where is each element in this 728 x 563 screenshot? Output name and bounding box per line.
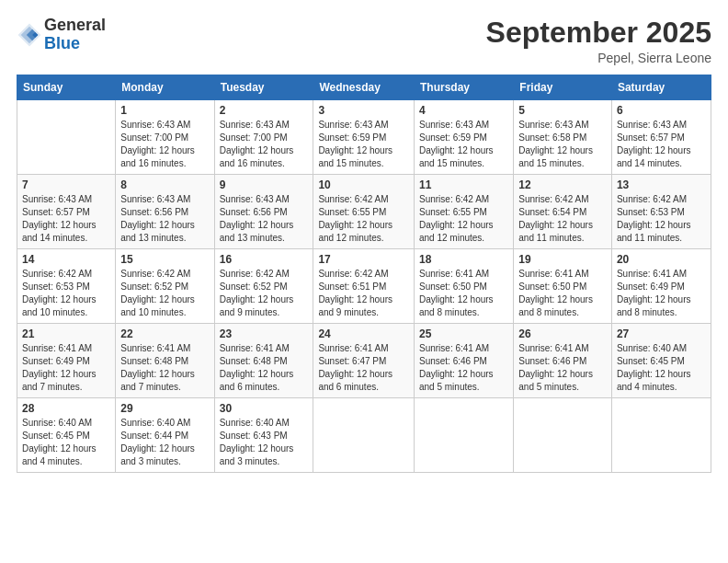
day-cell xyxy=(611,398,711,473)
day-number: 20 xyxy=(617,253,706,266)
logo: General Blue xyxy=(17,17,106,53)
day-info: Sunrise: 6:43 AMSunset: 6:56 PMDaylight:… xyxy=(120,193,209,245)
day-info: Sunrise: 6:43 AMSunset: 6:57 PMDaylight:… xyxy=(617,119,706,170)
day-number: 5 xyxy=(518,104,607,117)
day-cell xyxy=(313,398,415,473)
day-info: Sunrise: 6:42 AMSunset: 6:53 PMDaylight:… xyxy=(22,268,110,319)
day-number: 27 xyxy=(617,327,706,340)
day-number: 6 xyxy=(617,104,706,117)
day-cell: 15Sunrise: 6:42 AMSunset: 6:52 PMDayligh… xyxy=(116,249,214,324)
day-cell xyxy=(17,100,116,175)
day-cell: 9Sunrise: 6:43 AMSunset: 6:56 PMDaylight… xyxy=(214,175,313,249)
day-info: Sunrise: 6:40 AMSunset: 6:45 PMDaylight:… xyxy=(22,417,110,468)
day-cell xyxy=(414,398,513,473)
day-cell: 7Sunrise: 6:43 AMSunset: 6:57 PMDaylight… xyxy=(17,175,116,249)
day-info: Sunrise: 6:41 AMSunset: 6:49 PMDaylight:… xyxy=(617,268,706,319)
day-number: 1 xyxy=(120,104,209,117)
week-row-2: 7Sunrise: 6:43 AMSunset: 6:57 PMDaylight… xyxy=(17,175,711,249)
day-cell xyxy=(514,398,612,473)
day-info: Sunrise: 6:41 AMSunset: 6:50 PMDaylight:… xyxy=(518,268,607,319)
day-info: Sunrise: 6:42 AMSunset: 6:54 PMDaylight:… xyxy=(518,193,607,245)
day-info: Sunrise: 6:43 AMSunset: 7:00 PMDaylight:… xyxy=(120,119,209,170)
day-info: Sunrise: 6:41 AMSunset: 6:46 PMDaylight:… xyxy=(518,342,607,394)
day-cell: 29Sunrise: 6:40 AMSunset: 6:44 PMDayligh… xyxy=(116,398,214,473)
day-info: Sunrise: 6:41 AMSunset: 6:47 PMDaylight:… xyxy=(318,342,409,394)
page: General Blue September 2025 Pepel, Sierr… xyxy=(0,0,728,563)
day-number: 15 xyxy=(120,253,209,266)
col-monday: Monday xyxy=(116,75,214,100)
day-cell: 6Sunrise: 6:43 AMSunset: 6:57 PMDaylight… xyxy=(611,100,711,175)
day-number: 21 xyxy=(22,327,110,340)
day-number: 23 xyxy=(220,327,309,340)
title-block: September 2025 Pepel, Sierra Leone xyxy=(486,17,711,65)
day-number: 13 xyxy=(617,178,706,191)
day-info: Sunrise: 6:40 AMSunset: 6:45 PMDaylight:… xyxy=(617,342,706,394)
day-cell: 26Sunrise: 6:41 AMSunset: 6:46 PMDayligh… xyxy=(514,324,612,398)
day-cell: 12Sunrise: 6:42 AMSunset: 6:54 PMDayligh… xyxy=(514,175,612,249)
day-cell: 30Sunrise: 6:40 AMSunset: 6:43 PMDayligh… xyxy=(214,398,313,473)
day-number: 22 xyxy=(120,327,209,340)
day-info: Sunrise: 6:42 AMSunset: 6:53 PMDaylight:… xyxy=(617,193,706,245)
day-info: Sunrise: 6:42 AMSunset: 6:51 PMDaylight:… xyxy=(318,268,409,319)
day-number: 17 xyxy=(318,253,409,266)
day-number: 29 xyxy=(120,402,209,415)
col-saturday: Saturday xyxy=(611,75,711,100)
location: Pepel, Sierra Leone xyxy=(486,51,711,65)
logo-blue: Blue xyxy=(44,35,106,53)
col-tuesday: Tuesday xyxy=(214,75,313,100)
day-cell: 11Sunrise: 6:42 AMSunset: 6:55 PMDayligh… xyxy=(414,175,513,249)
day-cell: 2Sunrise: 6:43 AMSunset: 7:00 PMDaylight… xyxy=(214,100,313,175)
day-info: Sunrise: 6:40 AMSunset: 6:44 PMDaylight:… xyxy=(120,417,209,468)
calendar-header: Sunday Monday Tuesday Wednesday Thursday… xyxy=(17,75,711,100)
day-number: 18 xyxy=(419,253,508,266)
month-title: September 2025 xyxy=(486,17,711,49)
day-number: 4 xyxy=(419,104,508,117)
calendar-table: Sunday Monday Tuesday Wednesday Thursday… xyxy=(17,75,711,473)
day-info: Sunrise: 6:43 AMSunset: 6:59 PMDaylight:… xyxy=(419,119,508,170)
day-number: 19 xyxy=(518,253,607,266)
day-info: Sunrise: 6:41 AMSunset: 6:48 PMDaylight:… xyxy=(120,342,209,394)
day-cell: 3Sunrise: 6:43 AMSunset: 6:59 PMDaylight… xyxy=(313,100,415,175)
col-sunday: Sunday xyxy=(17,75,116,100)
day-cell: 14Sunrise: 6:42 AMSunset: 6:53 PMDayligh… xyxy=(17,249,116,324)
day-number: 24 xyxy=(318,327,409,340)
header-row: Sunday Monday Tuesday Wednesday Thursday… xyxy=(17,75,711,100)
day-info: Sunrise: 6:43 AMSunset: 6:59 PMDaylight:… xyxy=(318,119,409,170)
day-number: 25 xyxy=(419,327,508,340)
day-cell: 17Sunrise: 6:42 AMSunset: 6:51 PMDayligh… xyxy=(313,249,415,324)
day-number: 10 xyxy=(318,178,409,191)
day-info: Sunrise: 6:43 AMSunset: 7:00 PMDaylight:… xyxy=(220,119,309,170)
day-cell: 28Sunrise: 6:40 AMSunset: 6:45 PMDayligh… xyxy=(17,398,116,473)
day-info: Sunrise: 6:43 AMSunset: 6:58 PMDaylight:… xyxy=(518,119,607,170)
col-wednesday: Wednesday xyxy=(313,75,415,100)
day-info: Sunrise: 6:41 AMSunset: 6:48 PMDaylight:… xyxy=(220,342,309,394)
day-cell: 5Sunrise: 6:43 AMSunset: 6:58 PMDaylight… xyxy=(514,100,612,175)
week-row-5: 28Sunrise: 6:40 AMSunset: 6:45 PMDayligh… xyxy=(17,398,711,473)
day-info: Sunrise: 6:42 AMSunset: 6:52 PMDaylight:… xyxy=(220,268,309,319)
header: General Blue September 2025 Pepel, Sierr… xyxy=(17,17,711,65)
col-friday: Friday xyxy=(514,75,612,100)
day-cell: 8Sunrise: 6:43 AMSunset: 6:56 PMDaylight… xyxy=(116,175,214,249)
week-row-3: 14Sunrise: 6:42 AMSunset: 6:53 PMDayligh… xyxy=(17,249,711,324)
day-number: 3 xyxy=(318,104,409,117)
day-info: Sunrise: 6:41 AMSunset: 6:46 PMDaylight:… xyxy=(419,342,508,394)
day-number: 2 xyxy=(220,104,309,117)
day-cell: 1Sunrise: 6:43 AMSunset: 7:00 PMDaylight… xyxy=(116,100,214,175)
day-number: 30 xyxy=(220,402,309,415)
day-info: Sunrise: 6:43 AMSunset: 6:56 PMDaylight:… xyxy=(220,193,309,245)
day-cell: 21Sunrise: 6:41 AMSunset: 6:49 PMDayligh… xyxy=(17,324,116,398)
day-cell: 24Sunrise: 6:41 AMSunset: 6:47 PMDayligh… xyxy=(313,324,415,398)
day-cell: 20Sunrise: 6:41 AMSunset: 6:49 PMDayligh… xyxy=(611,249,711,324)
day-info: Sunrise: 6:42 AMSunset: 6:55 PMDaylight:… xyxy=(318,193,409,245)
day-number: 26 xyxy=(518,327,607,340)
day-info: Sunrise: 6:41 AMSunset: 6:49 PMDaylight:… xyxy=(22,342,110,394)
day-number: 16 xyxy=(220,253,309,266)
logo-general: General xyxy=(44,17,106,35)
day-info: Sunrise: 6:41 AMSunset: 6:50 PMDaylight:… xyxy=(419,268,508,319)
day-number: 14 xyxy=(22,253,110,266)
day-number: 7 xyxy=(22,178,110,191)
calendar-body: 1Sunrise: 6:43 AMSunset: 7:00 PMDaylight… xyxy=(17,100,711,473)
logo-icon xyxy=(17,22,42,48)
day-info: Sunrise: 6:40 AMSunset: 6:43 PMDaylight:… xyxy=(220,417,309,468)
week-row-4: 21Sunrise: 6:41 AMSunset: 6:49 PMDayligh… xyxy=(17,324,711,398)
